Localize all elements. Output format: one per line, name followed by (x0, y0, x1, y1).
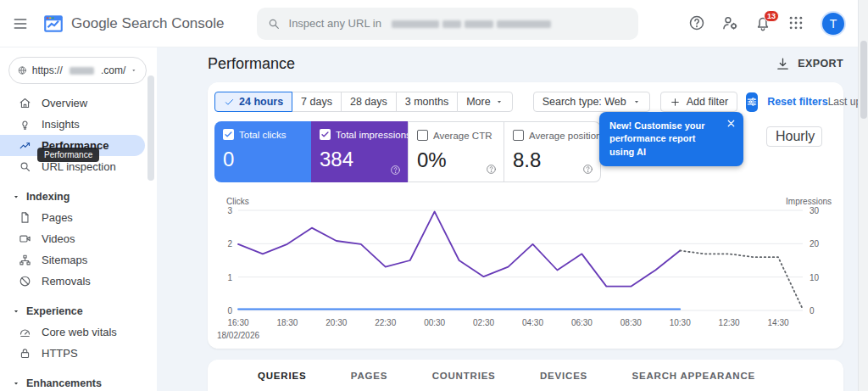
sidebar-item-label: Removals (42, 275, 91, 288)
left-axis-caption: Clicks (226, 197, 249, 206)
chevron-down-icon (495, 98, 504, 106)
sidebar-item-https[interactable]: HTTPS (0, 343, 145, 364)
add-filter-button[interactable]: Add filter (660, 92, 737, 112)
sidebar-item-overview[interactable]: Overview (0, 92, 145, 114)
close-icon (726, 118, 737, 129)
metric-value: 0% (417, 148, 495, 172)
hamburger-menu-button[interactable] (0, 3, 41, 44)
block-icon (19, 275, 31, 288)
ai-promo-popup: New! Customise your performance report u… (599, 112, 743, 166)
left-axis-ticks: 3 2 1 0 (218, 210, 238, 310)
metric-card-average-position[interactable]: Average position 8.8 (504, 121, 601, 182)
app-logo-title[interactable]: Google Search Console (42, 13, 225, 35)
plus-icon (670, 97, 681, 108)
sidebar-section-experience[interactable]: Experience (0, 301, 157, 321)
sidebar-item-label: Sitemaps (42, 254, 87, 266)
close-promo-button[interactable] (726, 118, 737, 129)
right-axis-caption: Impressions (786, 197, 832, 206)
help-icon[interactable] (486, 164, 497, 175)
sidebar-scrollbar[interactable] (147, 75, 154, 181)
metric-card-total-clicks[interactable]: Total clicks 0 (214, 121, 311, 182)
section-label: Indexing (26, 191, 70, 203)
sidebar-item-pages[interactable]: Pages (0, 207, 145, 228)
apps-grid-button[interactable] (787, 14, 806, 33)
help-icon[interactable] (582, 164, 593, 175)
header-actions: 13 T (688, 11, 858, 36)
interval-select[interactable]: Hourly (766, 126, 822, 147)
page-scrollbar[interactable] (858, 0, 868, 391)
search-type-filter[interactable]: Search type: Web (533, 92, 650, 112)
apps-grid-icon (787, 14, 804, 31)
total-impressions-checkbox[interactable] (320, 129, 331, 140)
total-clicks-checkbox[interactable] (223, 129, 234, 140)
redacted-property-text (70, 67, 94, 75)
interval-label: Hourly (776, 129, 815, 144)
date-tab-3-months[interactable]: 3 months (396, 92, 458, 112)
main-content: Performance EXPORT 24 hours 7 days 28 da… (157, 47, 858, 391)
property-selector[interactable]: https:// .com/ (8, 57, 147, 84)
help-icon[interactable] (390, 165, 401, 176)
metric-card-total-impressions[interactable]: Total impressions 384 (311, 121, 408, 182)
tab-countries[interactable]: COUNTRIES (429, 360, 499, 391)
user-settings-button[interactable] (721, 14, 740, 33)
property-url-prefix: https:// (32, 64, 63, 76)
help-icon (688, 14, 705, 31)
metric-value: 384 (320, 148, 399, 171)
sidebar-item-removals[interactable]: Removals (0, 271, 145, 292)
average-position-checkbox[interactable] (513, 130, 524, 141)
sidebar-item-videos[interactable]: Videos (0, 228, 145, 249)
chevron-down-icon (12, 193, 20, 201)
tab-pages[interactable]: PAGES (348, 360, 391, 391)
sidebar-item-label: Pages (42, 211, 73, 224)
performance-chart-svg (238, 210, 803, 310)
sidebar-section-indexing[interactable]: Indexing (0, 187, 157, 207)
help-button[interactable] (688, 14, 707, 33)
sidebar-nav: https:// .com/ Overview Insights Perform… (0, 47, 157, 391)
sidebar-section-enhancements[interactable]: Enhancements (0, 373, 157, 391)
date-tab-7-days[interactable]: 7 days (292, 92, 342, 112)
page-icon (19, 211, 31, 224)
account-avatar[interactable]: T (821, 11, 846, 36)
tab-search-appearance[interactable]: SEARCH APPEARANCE (629, 360, 759, 391)
promo-text: New! Customise your performance report u… (609, 120, 704, 157)
metric-value: 8.8 (513, 148, 592, 172)
top-app-bar: Google Search Console Inspect any URL in… (0, 0, 858, 47)
export-button[interactable]: EXPORT (776, 57, 843, 71)
download-icon (776, 57, 790, 71)
metric-card-average-ctr[interactable]: Average CTR 0% (408, 121, 504, 182)
chart-plot-area[interactable] (238, 210, 803, 310)
sidebar-item-label: URL inspection (42, 160, 116, 173)
dimensions-table-card: QUERIES PAGES COUNTRIES DEVICES SEARCH A… (208, 360, 843, 391)
date-tab-28-days[interactable]: 28 days (341, 92, 397, 112)
right-axis-ticks: 30 20 10 0 (803, 210, 833, 310)
date-tab-more[interactable]: More (457, 92, 512, 112)
metric-label: Average CTR (433, 131, 492, 141)
reset-filters-link[interactable]: Reset filters (767, 96, 828, 108)
magnifier-icon (19, 160, 31, 173)
hamburger-icon (12, 15, 29, 32)
property-url-suffix: .com/ (101, 64, 125, 76)
sidebar-item-label: Overview (42, 97, 87, 109)
user-settings-icon (721, 14, 738, 31)
performance-tooltip: Performance (37, 148, 99, 162)
sidebar-item-insights[interactable]: Insights (0, 114, 145, 135)
section-label: Experience (26, 305, 83, 317)
section-label: Enhancements (26, 377, 102, 389)
sitemap-icon (19, 254, 31, 266)
sidebar-item-label: HTTPS (42, 347, 78, 360)
app-title: Google Search Console (71, 15, 225, 32)
tab-devices[interactable]: DEVICES (537, 360, 591, 391)
customise-report-button[interactable] (746, 92, 758, 112)
gauge-icon (19, 326, 31, 338)
url-inspection-search-input[interactable]: Inspect any URL in (257, 8, 638, 40)
page-scrollbar-thumb[interactable] (860, 41, 867, 119)
lock-icon (19, 347, 31, 360)
sidebar-item-core-web-vitals[interactable]: Core web vitals (0, 321, 145, 343)
filter-bar: 24 hours 7 days 28 days 3 months More Se… (214, 91, 837, 113)
notifications-button[interactable]: 13 (754, 14, 773, 33)
sidebar-item-sitemaps[interactable]: Sitemaps (0, 249, 145, 271)
date-tab-24-hours[interactable]: 24 hours (214, 92, 292, 112)
average-ctr-checkbox[interactable] (417, 130, 428, 141)
search-icon (267, 17, 281, 31)
tab-queries[interactable]: QUERIES (254, 360, 309, 391)
